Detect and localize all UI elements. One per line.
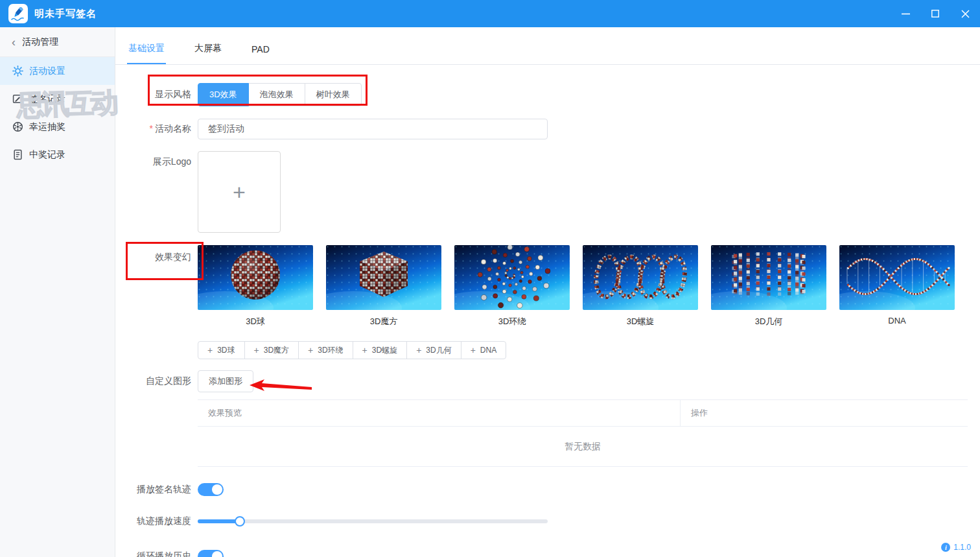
settings-form: 显示风格 3D效果 泡泡效果 树叶效果 *活动名称 展示Logo [115,83,980,557]
effect-thumb-3d-surround[interactable]: 3D环绕 [454,245,570,327]
dna-preview [839,245,955,310]
annotation-arrow [248,378,313,392]
display-style-label: 显示风格 [115,89,191,101]
thumb-label: 3D几何 [711,316,826,327]
table-empty-state: 暂无数据 [198,427,968,467]
logo-row: 展示Logo + [115,151,980,233]
thumb-label: 3D球 [198,316,313,327]
sidebar-item-winning-records[interactable]: 中奖记录 [0,141,115,169]
logo-upload-box[interactable]: + [198,151,281,233]
add-3d-geometry-button[interactable]: +3D几何 [406,341,461,359]
play-track-row: 播放签名轨迹 [115,483,980,496]
table-header-action: 操作 [681,400,968,426]
prize-wheel-icon [12,121,23,132]
effects-thumbnails: 3D球 3D魔方 [198,245,955,327]
add-3d-helix-button[interactable]: +3D螺旋 [353,341,408,359]
chevron-left-icon: ‹ [12,36,16,48]
sidebar-item-activity-settings[interactable]: 活动设置 [0,57,115,85]
3d-helix-preview [583,245,698,310]
3d-sphere-preview [198,245,313,310]
logo-label: 展示Logo [115,156,191,168]
loop-history-toggle[interactable] [198,550,224,557]
slider-handle[interactable] [235,516,245,527]
required-asterisk: * [150,123,153,134]
window-controls [891,0,980,27]
style-option-leaf[interactable]: 树叶效果 [305,83,362,106]
gear-icon [12,65,23,77]
titlebar: 明未手写签名 [0,0,980,27]
back-to-activity-management[interactable]: ‹ 活动管理 [0,27,115,57]
slider-fill [198,519,240,523]
plus-icon: + [254,345,259,355]
sidebar: ‹ 活动管理 活动设置 签名记录 [0,27,115,557]
tab-pad[interactable]: PAD [250,44,271,64]
close-button[interactable] [950,0,980,27]
effects-label: 效果变幻 [115,252,191,263]
back-label: 活动管理 [22,36,58,48]
plus-icon: + [416,345,421,355]
add-3d-sphere-button[interactable]: +3D球 [198,341,245,359]
app-logo-icon [8,4,28,23]
display-style-row: 显示风格 3D效果 泡泡效果 树叶效果 [115,83,980,106]
thumb-label: 3D魔方 [326,316,441,327]
sidebar-item-lucky-draw[interactable]: 幸运抽奖 [0,113,115,141]
signature-icon [12,93,23,104]
add-3d-surround-button[interactable]: +3D环绕 [298,341,353,359]
3d-geometry-preview [711,245,826,310]
play-track-toggle[interactable] [198,483,224,496]
plus-icon: + [362,345,368,355]
style-option-bubble[interactable]: 泡泡效果 [248,83,305,106]
tab-big-screen[interactable]: 大屏幕 [193,43,223,64]
track-speed-label: 轨迹播放速度 [115,516,191,527]
effects-preview-table: 效果预览 操作 暂无数据 [198,399,968,467]
add-shape-button[interactable]: 添加图形 [198,370,253,392]
sidebar-item-label: 活动设置 [29,65,65,77]
sidebar-item-label: 签名记录 [29,93,65,105]
upload-plus-icon: + [233,180,246,205]
effect-thumb-3d-geometry[interactable]: 3D几何 [711,245,826,327]
loop-history-row: 循环播放历史 [115,550,980,557]
add-dna-button[interactable]: +DNA [461,341,507,359]
effects-row: 效果变幻 3D球 [115,245,980,359]
plus-icon: + [308,345,313,355]
track-speed-row: 轨迹播放速度 [115,516,980,527]
record-icon [12,149,23,160]
effect-thumb-dna[interactable]: DNA [839,245,955,327]
table-header-row: 效果预览 操作 [198,399,968,427]
maximize-button[interactable] [920,0,950,27]
minimize-button[interactable] [891,0,920,27]
activity-name-row: *活动名称 [115,119,980,139]
sidebar-item-signature-records[interactable]: 签名记录 [0,85,115,113]
custom-shape-row: 自定义图形 添加图形 [115,370,980,392]
display-style-segmented: 3D效果 泡泡效果 树叶效果 [198,83,362,106]
tab-basic-settings[interactable]: 基础设置 [127,43,166,64]
thumb-label: DNA [839,316,955,326]
plus-icon: + [207,345,213,355]
style-option-3d[interactable]: 3D效果 [198,83,249,106]
plus-icon: + [471,345,476,355]
activity-name-input[interactable] [198,119,548,139]
main-panel: 基础设置 大屏幕 PAD 显示风格 3D效果 泡泡效果 树叶效果 *活动名称 [115,27,980,557]
effect-thumb-3d-cube[interactable]: 3D魔方 [326,245,441,327]
app-title: 明未手写签名 [34,8,97,20]
version-number: 1.1.0 [953,543,971,552]
sidebar-item-label: 中奖记录 [29,149,65,161]
toggle-knob [212,484,222,495]
track-speed-slider[interactable] [198,519,548,523]
play-track-label: 播放签名轨迹 [115,484,191,495]
tab-bar: 基础设置 大屏幕 PAD [115,27,980,65]
version-info: i 1.1.0 [941,543,971,552]
thumb-label: 3D环绕 [454,316,570,327]
effect-thumb-3d-sphere[interactable]: 3D球 [198,245,313,327]
thumb-label: 3D螺旋 [583,316,698,327]
table-header-preview: 效果预览 [198,400,681,426]
custom-shape-label: 自定义图形 [115,375,191,387]
3d-cube-preview [326,245,441,310]
3d-surround-preview [454,245,570,310]
sidebar-item-label: 幸运抽奖 [29,121,65,133]
effects-add-buttons: +3D球 +3D魔方 +3D环绕 +3D螺旋 +3D几何 +DNA [198,341,955,359]
toggle-knob [212,551,222,557]
add-3d-cube-button[interactable]: +3D魔方 [244,341,299,359]
loop-history-label: 循环播放历史 [115,551,191,557]
effect-thumb-3d-helix[interactable]: 3D螺旋 [583,245,698,327]
